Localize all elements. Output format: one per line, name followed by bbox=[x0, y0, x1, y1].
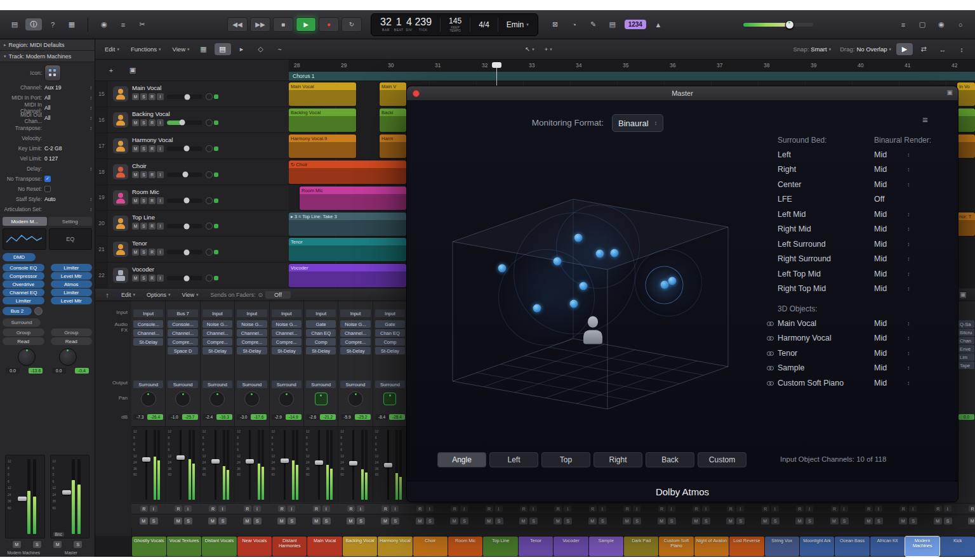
audio-fx-slot[interactable]: Console... bbox=[133, 320, 163, 328]
mixer-track-name[interactable]: Vocal Textures bbox=[167, 537, 201, 556]
checkbox[interactable] bbox=[44, 186, 51, 192]
input-monitor-button[interactable]: I bbox=[840, 505, 848, 512]
object-row[interactable]: Custom Soft Piano Mid ↕ bbox=[766, 375, 939, 391]
track-icon-thumbnail[interactable] bbox=[44, 65, 61, 81]
mixer-track-name[interactable]: String Vox bbox=[765, 537, 799, 556]
record-enable-button[interactable]: R bbox=[451, 505, 458, 512]
input-monitor-button[interactable]: I bbox=[426, 505, 434, 512]
channel-fader[interactable]: 12 6 0 6 12 24 36 60 bbox=[131, 426, 165, 502]
mute-button[interactable]: M bbox=[174, 518, 182, 524]
solo-button[interactable]: S bbox=[140, 145, 147, 152]
track-header[interactable]: 16 Backing Vocal M S R I bbox=[95, 107, 289, 133]
solo-button[interactable]: S bbox=[140, 275, 147, 282]
channel-input-slot[interactable]: Bus 7 bbox=[168, 309, 197, 317]
track-pan-knob[interactable] bbox=[206, 249, 213, 256]
solo-button[interactable]: S bbox=[218, 518, 227, 524]
mute-button[interactable]: M bbox=[658, 518, 666, 524]
lcd-display[interactable]: 32 BAR 1 BEAT 4 DIV 239 TICK 145 KEEP TE… bbox=[371, 13, 538, 36]
input-monitor-button[interactable]: I bbox=[157, 93, 164, 100]
channel-output-slot[interactable]: Surround bbox=[168, 381, 197, 388]
record-enable-button[interactable]: R bbox=[831, 505, 839, 512]
pan-knob[interactable] bbox=[209, 391, 225, 407]
record-enable-button[interactable]: R bbox=[149, 197, 156, 204]
eq-thumbnail[interactable]: EQ bbox=[49, 228, 93, 250]
record-enable-button[interactable]: R bbox=[278, 505, 286, 512]
channel-output-slot[interactable]: Surround bbox=[272, 381, 302, 388]
slider-knob[interactable] bbox=[183, 223, 189, 229]
audio-fx-slot[interactable]: Lim bbox=[958, 353, 974, 361]
pan-knob[interactable] bbox=[175, 391, 190, 407]
record-enable-button[interactable]: R bbox=[899, 505, 907, 512]
channel-input-slot[interactable]: Input bbox=[340, 309, 370, 317]
audio-fx-slot[interactable]: Channel... bbox=[237, 329, 267, 337]
mixer-track-name[interactable]: African Kit bbox=[870, 537, 905, 556]
record-enable-button[interactable]: R bbox=[149, 171, 156, 178]
inspector-field[interactable]: Velocity: bbox=[3, 133, 92, 143]
channel-strip-fader[interactable]: 12 6 0 6 12 24 36 60 bbox=[5, 455, 45, 538]
record-enable-button[interactable]: R bbox=[244, 505, 251, 512]
bus-send-button[interactable]: Bus 2 bbox=[3, 307, 32, 315]
region[interactable]: ↻ Choir bbox=[289, 160, 406, 184]
transport-button[interactable]: ▶ bbox=[296, 17, 316, 32]
preset-list-icon[interactable]: ≡ bbox=[922, 114, 928, 125]
record-enable-button[interactable]: R bbox=[149, 223, 156, 230]
record-enable-button[interactable]: R bbox=[416, 505, 424, 512]
object-row[interactable]: Sample Mid ↕ bbox=[766, 361, 939, 376]
mute-button[interactable]: M bbox=[13, 541, 21, 548]
object-row[interactable]: Tenor Mid ↕ bbox=[766, 346, 939, 361]
channel-fader[interactable]: 12 6 0 6 12 24 36 60 bbox=[235, 426, 269, 502]
audio-fx-slot[interactable]: Chan EQ bbox=[375, 329, 405, 337]
lcd-position-field[interactable]: 1 BEAT bbox=[394, 17, 404, 32]
inspector-field[interactable]: No Reset: bbox=[3, 184, 92, 194]
mixer-track-name[interactable]: Room Mic bbox=[448, 537, 482, 556]
input-monitor-button[interactable]: I bbox=[736, 505, 744, 512]
solo-button[interactable]: S bbox=[875, 518, 883, 524]
snap-select[interactable]: Snap:Smart▾ bbox=[790, 46, 835, 53]
solo-button[interactable]: S bbox=[702, 518, 710, 524]
audio-fx-slot[interactable]: Compre... bbox=[202, 338, 232, 346]
pan-knob[interactable] bbox=[315, 393, 328, 405]
input-monitor-button[interactable]: I bbox=[875, 505, 882, 512]
mute-button[interactable]: M bbox=[623, 518, 631, 524]
mixer-channel[interactable]: Input Gate Chan EQ Comp St-Delay Surroun… bbox=[373, 301, 408, 503]
arrange-tool-icon[interactable]: ▤ bbox=[215, 43, 231, 55]
mute-button[interactable]: M bbox=[132, 145, 139, 152]
stepper-icon[interactable]: ↕ bbox=[90, 207, 92, 212]
solo-button[interactable]: S bbox=[840, 518, 849, 524]
mute-button[interactable]: M bbox=[761, 518, 769, 524]
audio-fx-slot[interactable]: Comp bbox=[306, 338, 336, 346]
input-monitor-button[interactable]: I bbox=[322, 505, 330, 512]
audio-fx-slot[interactable]: St-Delay bbox=[237, 347, 267, 355]
audio-object-sphere[interactable] bbox=[579, 282, 587, 290]
arrange-right-icon[interactable]: ▶ bbox=[896, 43, 913, 55]
channel-output-slot[interactable]: Surround bbox=[306, 381, 336, 388]
track-header[interactable]: 17 Harmony Vocal M S R I bbox=[95, 133, 289, 159]
track-header[interactable]: 19 Room Mic M S R I bbox=[95, 185, 289, 211]
slider-knob[interactable] bbox=[183, 198, 189, 204]
solo-button[interactable]: S bbox=[426, 518, 434, 524]
time-signature-field[interactable]: 4/4 bbox=[479, 20, 489, 29]
checkbox[interactable]: ✓ bbox=[44, 176, 51, 182]
audio-object-sphere[interactable] bbox=[498, 264, 507, 273]
slider-knob[interactable] bbox=[183, 172, 189, 178]
plugin-slot-button[interactable]: Limiter bbox=[51, 289, 93, 296]
input-monitor-button[interactable]: I bbox=[599, 505, 606, 512]
audio-fx-slot[interactable]: Comp bbox=[375, 338, 405, 346]
pan-knob[interactable] bbox=[383, 393, 396, 405]
bed-channel-row[interactable]: Left Top Mid Mid ↕ bbox=[766, 266, 939, 282]
input-monitor-button[interactable]: I bbox=[157, 275, 164, 282]
region[interactable]: Tenor bbox=[289, 238, 406, 261]
control-bar-right-icon[interactable]: ▢ bbox=[914, 18, 931, 30]
stepper-icon[interactable]: ↕ bbox=[907, 320, 910, 327]
automation-read-button[interactable]: Read bbox=[3, 337, 44, 345]
audio-fx-slot[interactable]: St-Delay bbox=[272, 347, 302, 355]
solo-button[interactable]: S bbox=[140, 197, 147, 204]
mixer-track-name[interactable]: Tenor bbox=[519, 537, 553, 556]
mixer-track-name[interactable]: Dark Pad bbox=[624, 537, 658, 556]
mute-button[interactable]: M bbox=[554, 518, 562, 524]
audio-object-sphere[interactable] bbox=[610, 249, 618, 257]
stepper-icon[interactable]: ↕ bbox=[90, 105, 92, 111]
mixer-track-name[interactable]: Ocean Bass bbox=[835, 537, 869, 556]
fader-cap[interactable] bbox=[176, 455, 185, 460]
mute-button[interactable]: M bbox=[899, 518, 907, 524]
